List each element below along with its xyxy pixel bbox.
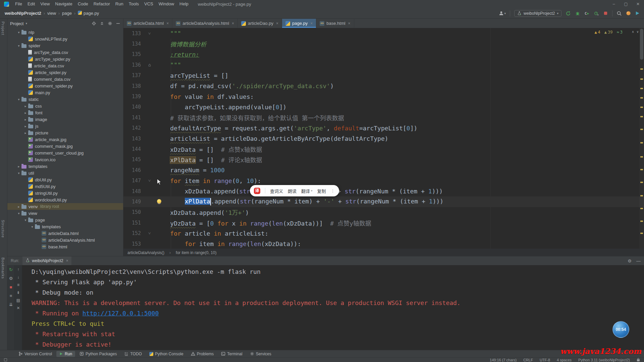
run-toolbar-icon[interactable]: ↻: [9, 267, 13, 272]
menu-vcs[interactable]: VCS: [142, 0, 156, 8]
tree-item-article-spider-py[interactable]: article_spider.py: [7, 69, 123, 76]
tree-item-js[interactable]: ▸js: [7, 123, 123, 129]
tree-item-font[interactable]: ▸font: [7, 109, 123, 116]
tree-item-articledataanalysis-html[interactable]: <>articleDataAnalysis.html: [7, 237, 123, 243]
tree-item-wordcloudutil-py[interactable]: wordcloudUtil.py: [7, 196, 123, 203]
tree-item-comment-data-csv[interactable]: comment_data.csv: [7, 76, 123, 82]
layout-icon[interactable]: [4, 358, 7, 361]
close-icon[interactable]: ×: [66, 258, 68, 263]
python-interpreter[interactable]: Python 3.11 (weiboNlpProject2): [578, 358, 630, 362]
tool-window-stripe-project[interactable]: Project: [1, 21, 5, 35]
run-tab[interactable]: weiboNlpProject2 ×: [22, 256, 71, 265]
tree-item-arctype-data-csv[interactable]: arcType_data.csv: [7, 49, 123, 56]
run-console[interactable]: D:\yuqing\weiboNlpProject2\venv\Scripts\…: [22, 265, 644, 350]
run-config-selector[interactable]: weiboNlpProject2▾: [514, 10, 561, 17]
tree-item-snownlptest-py[interactable]: snowNLPTest.py: [7, 36, 123, 42]
fold-marker-icon[interactable]: ˅: [141, 178, 156, 183]
run-toolbar-icon[interactable]: ⇊: [9, 302, 13, 307]
popup-action-查词义[interactable]: 查词义: [270, 188, 283, 194]
inspections-widget[interactable]: ▲4▲39≈3: [594, 30, 623, 35]
inspection-nav-icon[interactable]: ∨: [637, 30, 639, 34]
minimize-button[interactable]: –: [608, 0, 620, 8]
breadcrumb-item[interactable]: page.py: [84, 11, 99, 16]
tab-articledao-py[interactable]: articleDao.py×: [238, 19, 282, 28]
close-icon[interactable]: ×: [310, 21, 313, 26]
caret-position[interactable]: 149:16 (7 chars): [490, 358, 517, 362]
tree-item-templates[interactable]: ▾templates: [7, 223, 123, 230]
close-icon[interactable]: ×: [276, 21, 278, 26]
coverage-button-icon[interactable]: C: [584, 11, 590, 16]
toolwindow-button-python-packages[interactable]: Python Packages: [76, 351, 120, 357]
chevron-right-icon[interactable]: ▸: [23, 124, 28, 128]
tree-item-static[interactable]: ▾static: [7, 96, 123, 103]
chevron-right-icon[interactable]: ▸: [23, 131, 28, 135]
locate-file-icon[interactable]: [92, 21, 96, 26]
tab-articledata-html[interactable]: <>articleData.html×: [123, 19, 172, 28]
tree-item-stringutil-py[interactable]: stringUtil.py: [7, 190, 123, 196]
tool-window-stripe-structure[interactable]: Structure: [1, 220, 5, 238]
tab-page-py[interactable]: page.py×: [282, 19, 316, 28]
inspection-nav-icon[interactable]: ∧: [632, 30, 634, 34]
tree-item-article-data-csv[interactable]: article_data.csv: [7, 62, 123, 69]
fold-marker-icon[interactable]: ˅: [141, 231, 156, 236]
inspection-count[interactable]: ▲4: [594, 30, 600, 35]
run-toolbar-icon[interactable]: ⚙: [9, 276, 13, 281]
close-icon[interactable]: ×: [232, 21, 234, 26]
tree-item-css[interactable]: ▸css: [7, 103, 123, 109]
tree-item-comment-user-cloud-jpg[interactable]: comment_user_cloud.jpg: [7, 149, 123, 156]
menu-view[interactable]: View: [38, 0, 52, 8]
inspection-count[interactable]: ≈3: [617, 30, 623, 35]
popup-action-复制[interactable]: 复制: [317, 188, 326, 194]
tree-item-article-mask-jpg[interactable]: article_mask.jpg: [7, 136, 123, 143]
tree-item-nlp[interactable]: ▾nlp: [7, 29, 123, 36]
code-editor[interactable]: 133˅ """134 微博数据分析135 :return:136⌂ """13…: [123, 28, 644, 249]
tab-base-html[interactable]: <>base.html×: [316, 19, 354, 28]
menu-tools[interactable]: Tools: [126, 0, 142, 8]
toolwindow-button-problems[interactable]: Problems: [188, 351, 217, 357]
stop-button-icon[interactable]: [603, 11, 608, 16]
console-toolbar-icon[interactable]: ≡: [17, 283, 19, 287]
toolwindow-button-services[interactable]: Services: [247, 351, 274, 357]
tree-item-articledata-html[interactable]: <>articleData.html: [7, 230, 123, 237]
breadcrumb-item[interactable]: weiboNlpProject2: [5, 11, 41, 16]
chevron-down-icon[interactable]: ▾: [23, 218, 28, 222]
gear-icon[interactable]: [108, 21, 112, 26]
tree-item-md5util-py[interactable]: md5Util.py: [7, 183, 123, 190]
fold-marker-icon[interactable]: ˅: [141, 31, 156, 36]
indent-setting[interactable]: 4 spaces: [557, 358, 572, 362]
tree-item-spider[interactable]: ▾spider: [7, 42, 123, 49]
search-everywhere-icon[interactable]: [616, 11, 622, 16]
menu-navigate[interactable]: Navigate: [52, 0, 75, 8]
rerun-button-icon[interactable]: [566, 11, 571, 16]
line-ending[interactable]: CRLF: [523, 358, 533, 362]
tree-item-templates[interactable]: ▸templates: [7, 163, 123, 170]
tree-item-venv[interactable]: ▸venvlibrary root: [7, 203, 123, 210]
console-toolbar-icon[interactable]: ▤: [16, 298, 20, 303]
menu-window[interactable]: Window: [156, 0, 177, 8]
debug-button-icon[interactable]: [575, 11, 580, 16]
editor-scrollbar[interactable]: [639, 28, 644, 249]
tree-item-dbutil-py[interactable]: dbUtil.py: [7, 176, 123, 183]
breadcrumb-item[interactable]: page: [62, 11, 72, 16]
extra-run-icon[interactable]: [635, 11, 640, 16]
chevron-down-icon[interactable]: ▾: [30, 225, 35, 229]
toolwindow-button-terminal[interactable]: Terminal: [218, 351, 245, 357]
menu-code[interactable]: Code: [75, 0, 91, 8]
tab-articledataanalysis-html[interactable]: <>articleDataAnalysis.html×: [172, 19, 238, 28]
file-encoding[interactable]: UTF-8: [540, 358, 550, 362]
menu-run[interactable]: Run: [113, 0, 126, 8]
console-toolbar-icon[interactable]: ⇟: [16, 290, 20, 295]
console-link[interactable]: http://127.0.0.1:5000: [83, 310, 159, 317]
more-icon[interactable]: ⋮: [331, 188, 335, 193]
tree-item-arctype-spider-py[interactable]: arcType_spider.py: [7, 56, 123, 62]
menu-edit[interactable]: Edit: [25, 0, 38, 8]
inspection-nav-arrows[interactable]: ∧∨: [632, 30, 639, 34]
chevron-right-icon[interactable]: ▸: [16, 205, 21, 208]
chevron-down-icon[interactable]: ▾: [16, 171, 21, 175]
tree-item-main-py[interactable]: main.py: [7, 89, 123, 96]
scrollbar-thumb[interactable]: [640, 29, 643, 60]
fold-marker-icon[interactable]: ⌂: [141, 62, 156, 67]
editor-breadcrumb-item[interactable]: for item in range(0, 10): [176, 250, 216, 255]
popup-action-翻译[interactable]: 翻译▾: [301, 188, 313, 194]
profiler-button-icon[interactable]: [594, 11, 599, 16]
